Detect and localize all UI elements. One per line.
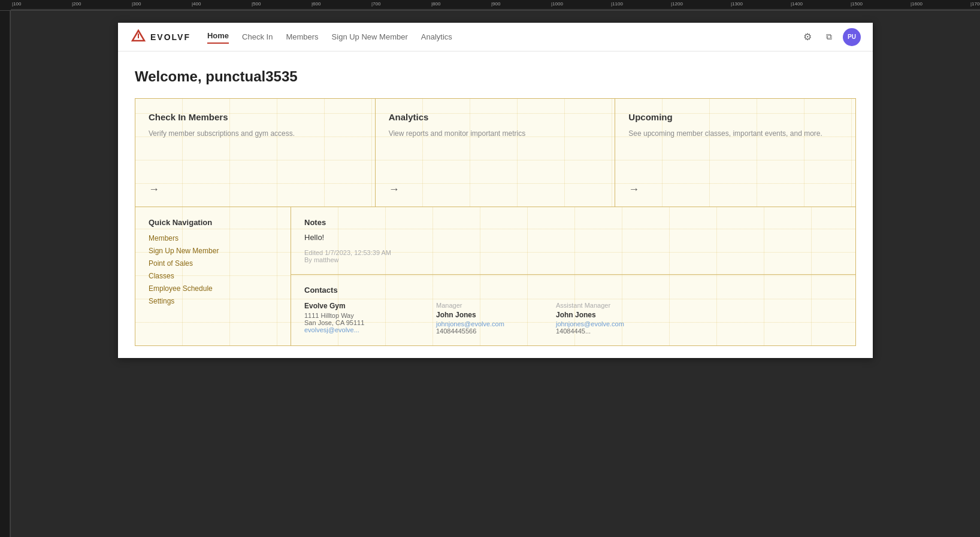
card-upcoming-desc: See upcoming member classes, important e… (628, 128, 842, 139)
svg-text:|400: |400 (192, 1, 201, 7)
svg-text:|1300: |1300 (731, 1, 743, 7)
contact-manager-email: johnjones@evolve.com (436, 320, 556, 327)
svg-text:|1000: |1000 (551, 1, 563, 7)
logo-icon (130, 29, 147, 45)
svg-text:|500: |500 (252, 1, 261, 7)
svg-text:|300: |300 (132, 1, 141, 7)
notes-content: Hello! (304, 233, 842, 242)
svg-text:|1100: |1100 (611, 1, 623, 7)
contact-gym-addr1: 1111 Hilltop Way (304, 312, 436, 319)
quick-nav: Quick Navigation Members Sign Up New Mem… (135, 207, 291, 345)
card-upcoming-title: Upcoming (628, 112, 842, 122)
quick-nav-settings[interactable]: Settings (149, 297, 277, 305)
window-icon[interactable]: ⧉ (821, 29, 837, 45)
quick-nav-pos[interactable]: Point of Sales (149, 259, 277, 268)
welcome-title: Welcome, punctual3535 (135, 68, 856, 85)
card-analytics-desc: View reports and monitor important metri… (389, 128, 602, 139)
logo-area[interactable]: EVOLVF (130, 29, 190, 45)
logo-text: EVOLVF (150, 32, 190, 42)
page: EVOLVF Home Check In Members Sign Up New… (118, 23, 873, 358)
nav-home[interactable]: Home (207, 31, 229, 43)
card-analytics: Analytics View reports and monitor impor… (376, 99, 616, 207)
bottom-row: Quick Navigation Members Sign Up New Mem… (135, 207, 856, 346)
nav-links: Home Check In Members Sign Up New Member… (207, 31, 800, 43)
notes-edited: Edited 1/7/2023, 12:53:39 AM (304, 249, 842, 256)
contact-gym-addr2: San Jose, CA 95111 (304, 319, 436, 326)
quick-nav-members[interactable]: Members (149, 234, 277, 242)
nav-analytics[interactable]: Analytics (421, 32, 452, 41)
notes-section: Notes Hello! Edited 1/7/2023, 12:53:39 A… (291, 207, 855, 275)
contacts-title: Contacts (304, 286, 842, 295)
svg-text:|1600: |1600 (911, 1, 922, 7)
svg-text:|1700: |1700 (970, 1, 980, 7)
contacts-grid: Evolve Gym 1111 Hilltop Way San Jose, CA… (304, 302, 842, 335)
card-checkin-desc: Verify member subscriptions and gym acce… (149, 128, 362, 139)
contact-manager-label: Manager (436, 302, 556, 309)
notes-by: By matthew (304, 256, 842, 263)
card-analytics-arrow[interactable]: → (389, 183, 400, 196)
card-checkin-title: Check In Members (149, 112, 362, 122)
contact-assistant-email: johnjones@evolve.com (556, 320, 688, 327)
quick-nav-title: Quick Navigation (149, 218, 277, 227)
svg-text:|1200: |1200 (671, 1, 683, 7)
right-panel: Notes Hello! Edited 1/7/2023, 12:53:39 A… (291, 207, 855, 345)
nav-members[interactable]: Members (286, 32, 318, 41)
avatar[interactable]: PU (843, 28, 861, 46)
quick-nav-schedule[interactable]: Employee Schedule (149, 284, 277, 293)
contact-gym-email: evolvesj@evolve... (304, 326, 436, 333)
contact-manager: Manager John Jones johnjones@evolve.com … (436, 302, 556, 335)
quick-nav-classes[interactable]: Classes (149, 272, 277, 280)
quick-nav-signup[interactable]: Sign Up New Member (149, 247, 277, 255)
contact-manager-phone: 14084445566 (436, 327, 556, 335)
contact-assistant: Assistant Manager John Jones johnjones@e… (556, 302, 688, 335)
svg-text:|1400: |1400 (791, 1, 803, 7)
svg-text:|700: |700 (371, 1, 381, 7)
nav-signup[interactable]: Sign Up New Member (332, 32, 408, 41)
contacts-section: Contacts Evolve Gym 1111 Hilltop Way San… (291, 275, 855, 345)
nav-checkin[interactable]: Check In (242, 32, 273, 41)
svg-text:|1500: |1500 (851, 1, 863, 7)
card-checkin-arrow[interactable]: → (149, 183, 159, 196)
settings-icon[interactable]: ⚙ (800, 29, 815, 45)
card-upcoming: Upcoming See upcoming member classes, im… (615, 99, 855, 207)
svg-text:|900: |900 (491, 1, 501, 7)
notes-title: Notes (304, 218, 842, 227)
svg-text:|600: |600 (311, 1, 321, 7)
svg-text:|800: |800 (431, 1, 441, 7)
contact-gym: Evolve Gym 1111 Hilltop Way San Jose, CA… (304, 302, 436, 335)
contact-manager-name: John Jones (436, 311, 556, 319)
card-analytics-title: Analytics (389, 112, 602, 122)
svg-text:|200: |200 (72, 1, 81, 7)
contact-assistant-label: Assistant Manager (556, 302, 688, 309)
contact-gym-name: Evolve Gym (304, 302, 436, 310)
nav-right-icons: ⚙ ⧉ PU (800, 28, 861, 46)
contact-assistant-phone: 14084445... (556, 327, 688, 335)
svg-text:|100: |100 (12, 1, 22, 7)
contact-assistant-name: John Jones (556, 311, 688, 319)
card-upcoming-arrow[interactable]: → (628, 183, 639, 196)
cards-row: Check In Members Verify member subscript… (135, 98, 856, 207)
card-checkin: Check In Members Verify member subscript… (135, 99, 376, 207)
navbar: EVOLVF Home Check In Members Sign Up New… (118, 23, 873, 51)
